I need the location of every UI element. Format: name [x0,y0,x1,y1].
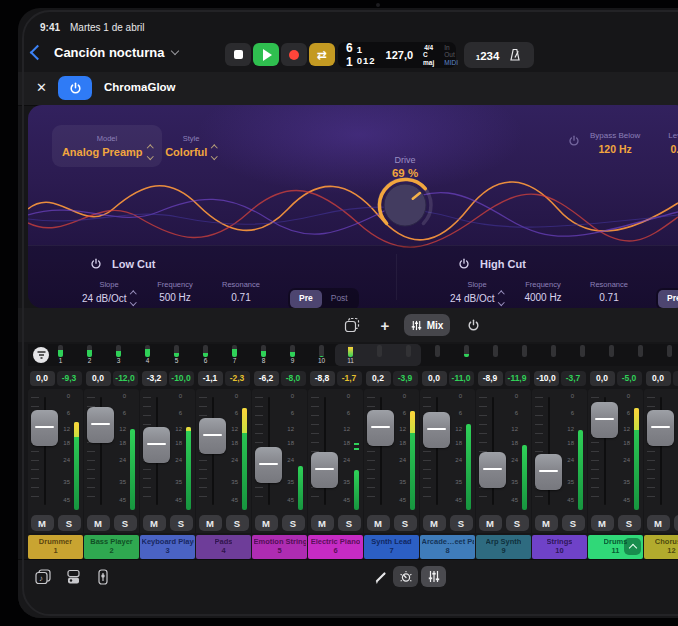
volume-value[interactable]: 0,0 [422,371,447,386]
solo-button[interactable]: S [674,515,678,531]
volume-value[interactable]: -10,0 [534,371,559,386]
fader-cap[interactable] [591,402,618,438]
ruler-slot[interactable]: 8 [249,344,278,366]
fader-cap[interactable] [87,407,114,443]
drive-knob[interactable] [373,173,437,237]
peak-value[interactable]: -11,0 [449,371,474,386]
pre-button[interactable]: Pre [658,290,678,308]
track-label[interactable]: Bass Player2 [84,535,139,559]
loop-browser-icon[interactable]: ♪ [32,568,54,586]
ruler-slot[interactable]: 10 [307,344,336,366]
mute-button[interactable]: M [199,515,222,531]
peak-value[interactable]: -3,9 [393,371,418,386]
volume-value[interactable]: 0,0 [646,371,671,386]
peak-value[interactable]: -9,3 [57,371,82,386]
collapse-chevron-icon[interactable] [624,538,641,555]
cycle-button[interactable]: ⇄ [309,43,335,66]
solo-button[interactable]: S [394,515,417,531]
mute-button[interactable]: M [479,515,502,531]
back-chevron-icon[interactable] [30,45,46,61]
track-label[interactable]: Pads4 [196,535,251,559]
solo-button[interactable]: S [338,515,361,531]
fader-cap[interactable] [31,410,58,446]
track-label[interactable]: Arp Synth9 [476,535,531,559]
solo-button[interactable]: S [450,515,473,531]
track-label[interactable]: Emotion Strings5 [252,535,307,559]
peak-value[interactable]: -3,7 [561,371,586,386]
peak-value[interactable]: -2,3 [225,371,250,386]
mixer-view-button[interactable] [421,566,446,587]
volume-value[interactable]: -3,2 [142,371,167,386]
high-cut-power-icon[interactable] [458,258,470,270]
solo-button[interactable]: S [114,515,137,531]
ruler-slot[interactable] [539,344,568,366]
track-label[interactable]: Keyboard Player3 [140,535,195,559]
ruler-slot[interactable]: 2 [75,344,104,366]
ruler-slot[interactable]: 11 [336,344,365,366]
volume-value[interactable]: 0,0 [30,371,55,386]
solo-button[interactable]: S [226,515,249,531]
ruler-slot[interactable] [568,344,597,366]
peak-value[interactable] [673,371,678,386]
ruler-slot[interactable] [626,344,655,366]
solo-button[interactable]: S [170,515,193,531]
stop-button[interactable] [225,43,251,66]
low-cut-power-icon[interactable] [90,258,102,270]
mute-button[interactable]: M [367,515,390,531]
ruler-slot[interactable] [365,344,394,366]
fader-cap[interactable] [199,418,226,454]
low-cut-slope[interactable]: Slope 24 dB/Oct [80,280,138,308]
add-track-button[interactable]: + [374,314,396,336]
mute-button[interactable]: M [591,515,614,531]
solo-button[interactable]: S [562,515,585,531]
ruler-slot[interactable]: 9 [278,344,307,366]
ruler-slot[interactable] [481,344,510,366]
record-button[interactable] [281,43,307,66]
level-control[interactable]: Level 0.0 [668,131,678,155]
fader-cap[interactable] [255,447,282,483]
browser-icon[interactable] [62,568,84,586]
plugin-power-button[interactable] [58,76,92,100]
ruler-slot[interactable]: 3 [104,344,133,366]
mix-view-button[interactable]: Mix [404,314,450,336]
play-button[interactable] [253,43,279,66]
mute-button[interactable]: M [647,515,670,531]
peak-value[interactable]: -8,0 [281,371,306,386]
volume-value[interactable]: -8,9 [478,371,503,386]
ruler-slot[interactable] [452,344,481,366]
fader-cap[interactable] [479,452,506,488]
track-overview-ruler[interactable]: 1234567891011 [28,344,678,366]
track-label[interactable]: Synth Lead7 [364,535,419,559]
mute-button[interactable]: M [143,515,166,531]
duplicate-button[interactable] [340,314,364,336]
fader-cap[interactable] [647,410,674,446]
solo-button[interactable]: S [58,515,81,531]
low-cut-resonance[interactable]: Resonance 0.71 [212,280,270,308]
peak-value[interactable]: -5,0 [617,371,642,386]
fader-cap[interactable] [311,452,338,488]
peak-value[interactable]: -1,7 [337,371,362,386]
fader-cap[interactable] [367,410,394,446]
peak-value[interactable]: -12,0 [113,371,138,386]
solo-button[interactable]: S [506,515,529,531]
pencil-icon[interactable] [370,568,392,586]
track-label[interactable]: Drummer1 [28,535,83,559]
volume-value[interactable]: -8,8 [310,371,335,386]
ruler-slot[interactable]: 5 [162,344,191,366]
mute-button[interactable]: M [535,515,558,531]
count-in-metronome[interactable]: 1234 [464,42,534,68]
lcd-display[interactable]: 6 1 1 012 127,0 4/4 C maj In Out MIDI [338,42,456,68]
volume-value[interactable]: 0,0 [86,371,111,386]
track-label[interactable]: Drums11 [588,535,643,559]
track-label[interactable]: Chorus V12 [644,535,678,559]
volume-value[interactable]: 0,2 [366,371,391,386]
mute-button[interactable]: M [311,515,334,531]
song-title[interactable]: Canción nocturna [54,45,178,60]
volume-value[interactable]: -6,2 [254,371,279,386]
controls-icon[interactable] [92,568,114,586]
high-cut-resonance[interactable]: Resonance 0.71 [580,280,638,308]
pre-button[interactable]: Pre [290,290,322,308]
peak-value[interactable]: -11,9 [505,371,530,386]
volume-value[interactable]: 0,0 [590,371,615,386]
ruler-slot[interactable] [597,344,626,366]
